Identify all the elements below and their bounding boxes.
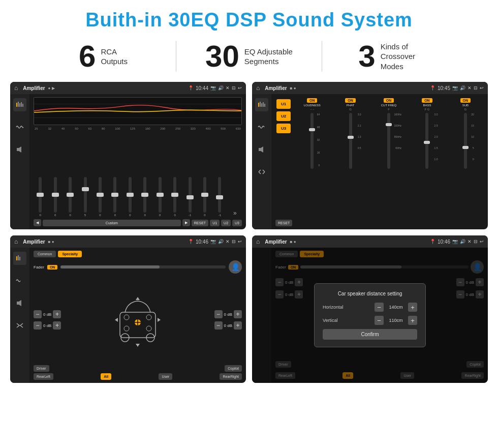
screen-cross: ⌂ Amplifier ■ ● 📍 10:46 📷 🔊 ✕ ⊟ ↩	[10, 235, 246, 383]
stat-crossover: 3 Kinds ofCrossover Modes	[322, 41, 468, 72]
cross-db2-plus[interactable]: +	[53, 321, 61, 330]
cross-content: Common Specialty Fader ON 👤	[10, 248, 246, 383]
cross-all-btn[interactable]: All	[101, 373, 111, 380]
cross-home-icon[interactable]: ⌂	[14, 238, 18, 245]
cross-db3-minus[interactable]: −	[214, 310, 223, 318]
cross-rearleft-btn[interactable]: RearLeft	[34, 373, 53, 380]
amp-sidebar-wave-icon[interactable]	[255, 121, 268, 134]
cross-db1-minus[interactable]: −	[34, 310, 42, 318]
cross-fader-row: Fader ON 👤	[34, 260, 242, 274]
cross-db2-minus[interactable]: −	[34, 321, 42, 330]
cross-tab-specialty[interactable]: Specialty	[58, 251, 82, 257]
cross-back-icon[interactable]: ↩	[238, 239, 242, 245]
amp-home-icon[interactable]: ⌂	[256, 84, 260, 92]
eq-prev-btn[interactable]: ◀	[34, 219, 41, 226]
eq-u3-btn[interactable]: U3	[232, 220, 242, 226]
svg-point-24	[146, 315, 151, 320]
cross-tab-common[interactable]: Common	[34, 251, 56, 257]
volume-icon: 🔊	[218, 85, 224, 91]
cross-close-icon[interactable]: ✕	[226, 239, 230, 245]
cross-rearright-btn[interactable]: RearRight	[220, 373, 242, 380]
eq-reset-btn[interactable]: RESET	[192, 220, 208, 226]
dialog-home-icon[interactable]: ⌂	[256, 238, 260, 245]
cross-sidebar-arrows-icon[interactable]	[13, 319, 26, 332]
cross-fader-bar[interactable]	[60, 265, 226, 268]
cross-driver-btn[interactable]: Driver	[34, 365, 49, 372]
cross-db4-minus[interactable]: −	[214, 321, 223, 330]
cross-copilot-btn[interactable]: Copilot	[225, 365, 242, 372]
sub-on[interactable]: ON	[460, 98, 471, 103]
phat-on[interactable]: ON	[345, 98, 356, 103]
cross-sidebar-eq-icon[interactable]	[13, 252, 26, 265]
cross-db4-plus[interactable]: +	[234, 321, 242, 330]
eq-time: 10:44	[196, 85, 208, 91]
back-icon[interactable]: ↩	[238, 85, 242, 91]
eq-chart	[34, 97, 242, 125]
cross-db2-value: 0 dB	[43, 323, 51, 328]
sidebar-wave-icon[interactable]	[13, 121, 26, 134]
cross-fader-on[interactable]: ON	[47, 265, 58, 270]
bass-on[interactable]: ON	[422, 98, 432, 103]
cross-minimize-icon[interactable]: ⊟	[232, 239, 236, 245]
svg-rect-5	[17, 148, 19, 151]
amp-sidebar-eq-icon[interactable]	[255, 98, 268, 111]
eq-custom-btn[interactable]: Custom	[43, 220, 181, 226]
loudness-on[interactable]: ON	[307, 98, 318, 103]
home-icon[interactable]: ⌂	[14, 84, 18, 92]
dialog-vertical-minus[interactable]: −	[375, 316, 384, 325]
screen-dialog: ⌂ Amplifier ■ ● 📍 10:46 📷 🔊 ✕ ⊟ ↩ Common	[252, 235, 488, 383]
amp-reset-btn[interactable]: RESET	[275, 220, 292, 226]
amp-sidebar-speaker-icon[interactable]	[255, 143, 268, 156]
sidebar-speaker-icon[interactable]	[13, 143, 26, 156]
cross-avatar: 👤	[229, 260, 242, 274]
location-icon: 📍	[188, 85, 194, 91]
amp-minimize-icon[interactable]: ⊟	[474, 85, 478, 91]
dialog-horizontal-minus[interactable]: −	[375, 303, 384, 312]
svg-point-25	[124, 326, 129, 331]
amp-topbar-title: Amplifier	[265, 85, 287, 91]
amp-close-icon[interactable]: ✕	[468, 85, 472, 91]
cross-bottom-btns: Driver Copilot	[34, 365, 242, 372]
svg-rect-10	[258, 103, 259, 107]
cutfreq-on[interactable]: ON	[384, 98, 394, 103]
amp-back-icon[interactable]: ↩	[480, 85, 484, 91]
cutfreq-label: CUT FREQ	[381, 104, 397, 107]
screen-amp: ⌂ Amplifier ■ ● 📍 10:45 📷 🔊 ✕ ⊟ ↩	[252, 82, 488, 229]
amp-u2-btn[interactable]: U2	[276, 111, 291, 121]
cross-volume-icon: 🔊	[218, 239, 224, 245]
eq-play-btn[interactable]: ▶	[182, 219, 190, 226]
cross-db1-plus[interactable]: +	[53, 310, 61, 318]
amp-u1-btn[interactable]: U1	[276, 99, 291, 109]
sidebar-eq-icon[interactable]	[13, 98, 26, 111]
eq-u1-btn[interactable]: U1	[210, 220, 220, 226]
dialog-location-icon: 📍	[430, 239, 435, 245]
amp-u3-btn[interactable]: U3	[276, 124, 291, 133]
svg-point-26	[146, 326, 151, 331]
dialog-confirm-button[interactable]: Confirm	[323, 329, 417, 340]
cross-time: 10:46	[196, 239, 208, 245]
amp-sidebar-arrows-icon[interactable]	[255, 165, 268, 178]
cross-sidebar-wave-icon[interactable]	[13, 274, 26, 287]
dialog-vertical-row: Vertical − 110cm +	[323, 316, 417, 325]
dialog-horizontal-plus[interactable]: +	[408, 303, 417, 312]
cross-db-1: − 0 dB +	[34, 310, 61, 318]
stat-number-eq: 30	[205, 41, 239, 72]
dialog-close-icon[interactable]: ✕	[468, 239, 472, 245]
cross-sidebar-speaker-icon[interactable]	[13, 296, 26, 310]
svg-rect-4	[22, 104, 23, 107]
svg-rect-17	[18, 255, 19, 260]
eq-more-icon[interactable]: »	[233, 210, 237, 217]
cross-db3-plus[interactable]: +	[234, 310, 242, 318]
eq-u2-btn[interactable]: U2	[221, 220, 231, 226]
cross-user-btn[interactable]: User	[159, 373, 172, 380]
svg-rect-16	[16, 256, 17, 260]
stat-label-crossover: Kinds ofCrossover Modes	[381, 42, 431, 72]
eq-topbar-title: Amplifier	[23, 85, 45, 91]
dialog-minimize-icon[interactable]: ⊟	[474, 239, 478, 245]
amp-main: U1 U2 U3 ON LOUDNESS ~~	[271, 94, 488, 229]
cross-right-controls: − 0 dB + − 0 dB +	[214, 310, 242, 330]
close-icon[interactable]: ✕	[226, 85, 230, 91]
dialog-vertical-plus[interactable]: +	[408, 316, 417, 325]
dialog-back-icon[interactable]: ↩	[480, 239, 484, 245]
minimize-icon[interactable]: ⊟	[232, 85, 236, 91]
